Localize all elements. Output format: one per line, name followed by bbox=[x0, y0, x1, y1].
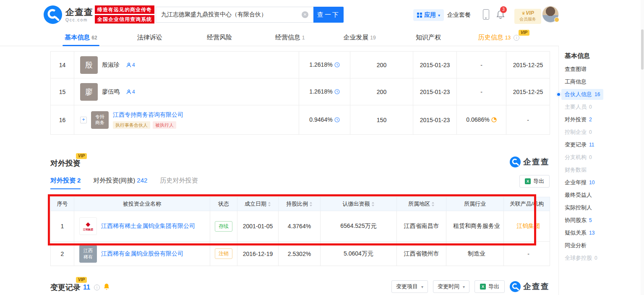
sidebar-item-annual-reports[interactable]: 企业年报10 bbox=[565, 176, 641, 189]
scrollbar-thumb[interactable] bbox=[641, 29, 644, 70]
inv-amount: 5.0604万元 bbox=[321, 242, 397, 266]
sort-icon[interactable] bbox=[310, 201, 313, 207]
subtab-indirect-investment[interactable]: 对外投资(间接)242 bbox=[93, 177, 147, 189]
tab-operation-info[interactable]: 经营信息1 bbox=[255, 29, 325, 46]
partner-ratio-cell: 0.9464% bbox=[299, 105, 350, 135]
partner-exit-date: - bbox=[506, 105, 550, 135]
sidebar-item-key-personnel[interactable]: 主要人员0 bbox=[565, 101, 641, 113]
invested-company-link[interactable]: 江西稀有稀土金属钨业集团有限公司 bbox=[101, 222, 195, 230]
sidebar-item-business-registration[interactable]: 工商信息 bbox=[565, 76, 641, 88]
vip-membership-button[interactable]: ♛VIP 会员服务 bbox=[514, 9, 541, 24]
col-founded-date[interactable]: 成立日期 bbox=[237, 197, 279, 211]
search-input[interactable] bbox=[156, 7, 313, 23]
tab-enterprise-development[interactable]: 企业发展19 bbox=[325, 29, 394, 46]
clear-search-icon[interactable]: ✕ bbox=[302, 11, 308, 18]
col-subscribed-capital[interactable]: 认缴出资额 bbox=[321, 197, 397, 211]
partner-relation-badge[interactable]: 4 bbox=[126, 62, 135, 68]
history-clock-icon[interactable] bbox=[334, 117, 340, 124]
apps-dropdown[interactable]: 应用 ▾ bbox=[413, 9, 444, 21]
section-title: 对外投资 bbox=[50, 158, 81, 168]
qcc-watermark: 企查查 bbox=[510, 281, 550, 292]
change-record-count: 11 bbox=[83, 284, 90, 291]
change-record-section: VIP 变更记录 11 i 变更项目▾ 变更时间▾ X 导 bbox=[50, 277, 550, 295]
sidebar-item-branches[interactable]: 分支机构0 bbox=[565, 151, 641, 164]
pie-ratio-icon[interactable] bbox=[491, 117, 497, 124]
export-button[interactable]: X 导出 bbox=[475, 280, 505, 293]
sidebar-item-partners[interactable]: 合伙人信息16 bbox=[565, 88, 641, 101]
sort-icon[interactable] bbox=[372, 201, 375, 207]
inv-region: 江西省赣州市 bbox=[397, 242, 446, 266]
sort-icon[interactable] bbox=[432, 201, 435, 207]
page-scrollbar[interactable] bbox=[641, 0, 644, 295]
col-share-ratio[interactable]: 持股比例 bbox=[279, 197, 321, 211]
brand-slogan: 缔造有远见的商业传奇 全国企业信用查询系统 bbox=[95, 5, 154, 23]
sidebar-item-industry-analysis[interactable]: 同业分析 bbox=[565, 239, 641, 252]
search-bar: ✕ 查一下 bbox=[156, 7, 344, 23]
history-clock-icon[interactable] bbox=[334, 62, 340, 69]
company-logo: 江西稀有 bbox=[79, 245, 97, 263]
export-button[interactable]: X 导出 bbox=[519, 175, 550, 188]
partner-company-block: 江西专持商务咨询有限公司 执行事务合伙人 被执行人 bbox=[113, 111, 183, 129]
invested-company-link[interactable]: 江西稀有金属钨业股份有限公司 bbox=[101, 250, 183, 258]
inv-ratio: 2.5302% bbox=[279, 242, 321, 266]
investment-header-row: 序号 被投资企业名称 状态 成立日期 持股比例 认缴出资额 所属地区 所属行业 … bbox=[51, 197, 550, 211]
search-button[interactable]: 查一下 bbox=[313, 7, 344, 23]
partner-name[interactable]: 殷淑珍 bbox=[102, 61, 120, 69]
tab-operation-risk[interactable]: 经营风险 bbox=[185, 29, 255, 46]
sidebar-item-basic-info[interactable]: 基本信息 bbox=[565, 49, 641, 63]
user-avatar[interactable] bbox=[542, 6, 558, 22]
sidebar-item-actual-controller[interactable]: 实际控制人 bbox=[565, 201, 641, 214]
company-logo: ◆ 江钨集团 bbox=[79, 217, 97, 235]
enterprise-package-link[interactable]: 企业套餐 bbox=[447, 11, 471, 19]
notification-count-badge: 3 bbox=[500, 6, 507, 13]
sidebar-item-chachatupu[interactable]: 查查图谱 bbox=[565, 63, 641, 76]
change-time-filter[interactable]: 变更时间▾ bbox=[433, 280, 469, 293]
col-related-product: 关联产品/机构 bbox=[504, 197, 550, 211]
partner-company-link[interactable]: 江西专持商务咨询有限公司 bbox=[113, 111, 183, 118]
inv-industry: 制造业 bbox=[446, 242, 504, 266]
partner-join-date: 2015-01-23 bbox=[413, 78, 457, 105]
mobile-app-icon[interactable] bbox=[483, 9, 489, 20]
sidebar-item-co-shareholders[interactable]: 协同股东5 bbox=[565, 214, 641, 227]
sidebar-item-outbound-investment[interactable]: 对外投资2 bbox=[565, 113, 641, 126]
partner-ratio: 0.9464% bbox=[309, 116, 332, 123]
sidebar-item-suspected-relations[interactable]: 疑似关系13 bbox=[565, 227, 641, 239]
sidebar-item-controlled-companies[interactable]: 控制企业0 bbox=[565, 126, 641, 138]
qcc-logo[interactable]: 企查查 Qcc.com bbox=[44, 5, 93, 24]
col-company: 被投资企业名称 bbox=[74, 197, 210, 211]
sidebar-item-ultimate-beneficiary[interactable]: 最终受益人 bbox=[565, 189, 641, 201]
history-clock-icon[interactable] bbox=[334, 89, 340, 96]
investment-subtabs: 对外投资2 对外投资(间接)242 历史对外投资 X 导出 bbox=[50, 177, 550, 190]
subtab-direct-investment[interactable]: 对外投资2 bbox=[50, 177, 81, 189]
inv-founded-date: 2016-12-19 bbox=[237, 242, 279, 266]
partner-no: 15 bbox=[51, 78, 74, 105]
expand-row-button[interactable]: + bbox=[80, 117, 87, 123]
tab-intellectual-property[interactable]: 知识产权 bbox=[394, 29, 464, 46]
tab-basic-info[interactable]: 基本信息62 bbox=[46, 29, 116, 46]
sort-icon[interactable] bbox=[268, 201, 271, 207]
info-icon[interactable]: i bbox=[514, 35, 519, 41]
partner-relation-badge[interactable]: 4 bbox=[126, 89, 135, 95]
brand-name: 企查查 bbox=[65, 7, 93, 17]
sidebar-item-change-records[interactable]: 变更记录11 bbox=[565, 138, 641, 151]
partner-join-date: 2015-01-23 bbox=[413, 105, 457, 135]
slogan-line-2: 全国企业信用查询系统 bbox=[95, 15, 154, 23]
tab-legal-proceedings[interactable]: 法律诉讼 bbox=[116, 29, 185, 46]
col-industry: 所属行业 bbox=[446, 197, 504, 211]
sidebar-item-global-holdings[interactable]: 全球参控股0 bbox=[565, 252, 641, 264]
partner-no: 16 bbox=[51, 105, 74, 135]
tab-history-info[interactable]: VIP 历史信息13 i bbox=[464, 29, 534, 46]
related-product-link[interactable]: 江钨集团 bbox=[517, 222, 540, 229]
change-item-filter[interactable]: 变更项目▾ bbox=[391, 280, 428, 293]
info-icon[interactable]: i bbox=[94, 285, 100, 290]
subtab-history-investment[interactable]: 历史对外投资 bbox=[160, 177, 198, 189]
subscribe-bell-icon[interactable] bbox=[103, 283, 110, 292]
notification-bell[interactable]: 3 bbox=[496, 10, 505, 21]
diamond-logo-icon: ◆ bbox=[86, 221, 91, 227]
vip-chip: VIP bbox=[519, 30, 529, 36]
inv-no: 2 bbox=[51, 242, 74, 266]
col-region[interactable]: 所属地区 bbox=[397, 197, 446, 211]
sidebar-item-financial-data[interactable]: 财务数据 bbox=[565, 164, 641, 176]
partner-name[interactable]: 廖伍鸣 bbox=[102, 88, 120, 96]
change-record-header: 变更记录 11 i bbox=[50, 282, 110, 292]
